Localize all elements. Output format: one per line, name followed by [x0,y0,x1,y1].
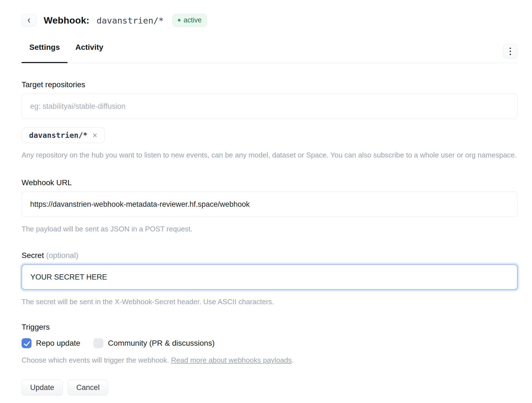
target-repositories-section: Target repositories davanstrien/* × Any … [22,80,518,159]
triggers-options-row: Repo update Community (PR & discussions) [22,338,518,348]
repo-update-label: Repo update [36,339,80,348]
remove-tag-icon[interactable]: × [92,131,97,140]
triggers-label: Triggers [22,323,518,332]
target-repositories-help: Any repository on the hub you want to li… [22,151,518,159]
tab-activity[interactable]: Activity [67,43,111,63]
chevron-left-icon [26,17,32,24]
repo-tag-chip[interactable]: davanstrien/* × [22,127,105,143]
status-dot-icon [178,19,181,22]
webhook-url-input[interactable] [22,192,518,217]
update-button[interactable]: Update [22,379,63,396]
page-header: Webhook: davanstrien/* active [22,14,518,27]
webhooks-payloads-link[interactable]: Read more about webhooks payloads [171,356,292,364]
kebab-vertical-icon [510,48,511,55]
secret-input[interactable] [22,264,518,290]
back-button[interactable] [22,14,36,27]
webhook-url-help: The payload will be sent as JSON in a PO… [22,225,518,233]
tab-settings[interactable]: Settings [22,43,67,63]
triggers-help-prefix: Choose which events will trigger the web… [22,356,171,364]
webhook-url-label: Webhook URL [22,178,518,187]
cancel-button[interactable]: Cancel [68,379,108,396]
community-checkbox[interactable] [93,338,103,348]
webhook-repo-name: davanstrien/* [97,16,164,25]
community-label: Community (PR & discussions) [108,339,215,348]
page-title: Webhook: [44,15,89,26]
secret-label: Secret (optional) [22,251,518,260]
status-badge-label: active [184,16,202,24]
triggers-help: Choose which events will trigger the web… [22,356,518,365]
repo-tag-value: davanstrien/* [29,131,87,140]
trigger-option-community[interactable]: Community (PR & discussions) [93,338,215,348]
status-badge: active [173,14,207,27]
triggers-help-suffix: . [292,356,294,364]
more-options-button[interactable] [503,44,518,59]
secret-help: The secret will be sent in the X-Webhook… [22,298,518,306]
secret-label-text: Secret [22,251,44,260]
form-actions: Update Cancel [22,379,518,396]
webhook-settings-page: Webhook: davanstrien/* active Settings A… [0,0,532,396]
target-repositories-input[interactable] [22,94,518,119]
triggers-section: Triggers Repo update Community (PR & dis… [22,323,518,365]
repo-update-checkbox[interactable] [22,338,32,348]
trigger-option-repo-update[interactable]: Repo update [22,338,80,348]
secret-section: Secret (optional) The secret will be sen… [22,251,518,306]
webhook-url-section: Webhook URL The payload will be sent as … [22,178,518,233]
tab-bar: Settings Activity [22,43,518,63]
target-repositories-label: Target repositories [22,80,518,89]
secret-optional-text: (optional) [46,251,79,260]
